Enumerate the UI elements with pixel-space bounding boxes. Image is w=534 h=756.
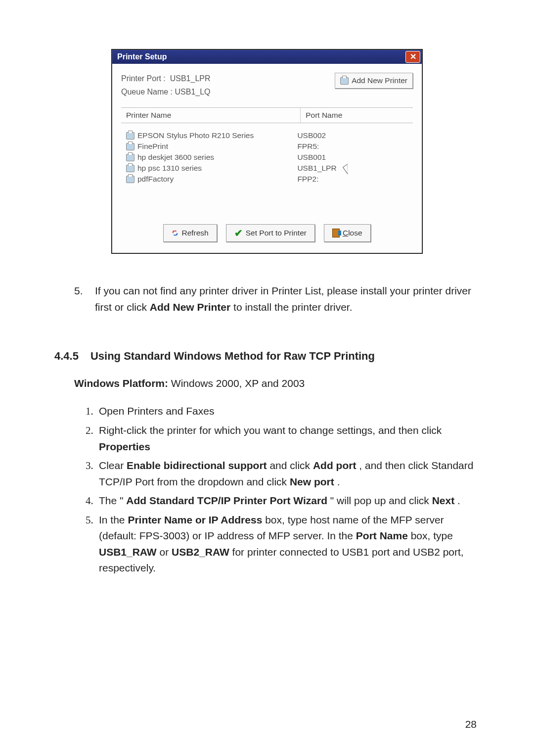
refresh-button[interactable]: Refresh <box>163 224 217 242</box>
table-row[interactable]: FinePrint FPR5: <box>121 141 413 152</box>
section-number: 4.4.5 <box>54 350 79 363</box>
printer-name-cell: FinePrint <box>137 142 168 151</box>
printer-icon <box>126 154 134 161</box>
platform-value: Windows 2000, XP and 2003 <box>171 378 305 389</box>
steps-list: Open Printers and Faxes Right-click the … <box>74 403 480 576</box>
door-icon <box>332 229 340 237</box>
platform-label: Windows Platform: <box>74 378 168 389</box>
printer-name-cell: hp deskjet 3600 series <box>137 153 214 162</box>
platform-line: Windows Platform: Windows 2000, XP and 2… <box>74 378 480 389</box>
col-header-port-name[interactable]: Port Name <box>301 108 433 123</box>
table-row[interactable]: EPSON Stylus Photo R210 Series USB002 <box>121 130 413 141</box>
printer-port-value: USB1_LPR <box>170 74 211 83</box>
step-item: Open Printers and Faxes <box>96 403 480 420</box>
port-info: Printer Port : USB1_LPR Queue Name : USB… <box>121 72 211 98</box>
printer-icon <box>340 77 349 85</box>
close-button[interactable]: Close <box>324 224 371 242</box>
add-new-printer-label: Add New Printer <box>352 76 407 85</box>
bold-add-new-printer: Add New Printer <box>150 301 230 313</box>
table-row[interactable]: pdfFactory FPP2: <box>121 174 413 185</box>
step-item: Clear Enable bidirectional support and c… <box>96 458 480 490</box>
page-number: 28 <box>465 718 477 730</box>
check-icon: ✔ <box>234 228 243 238</box>
printer-name-cell: EPSON Stylus Photo R210 Series <box>137 131 254 140</box>
printer-table: Printer Name Port Name EPSON Stylus Phot… <box>121 107 413 214</box>
table-row[interactable]: hp psc 1310 series USB1_LPR <box>121 163 413 174</box>
printer-setup-dialog: Printer Setup ✕ Printer Port : USB1_LPR … <box>112 49 422 253</box>
printer-name-cell: pdfFactory <box>137 175 174 184</box>
step-number: 5. <box>74 283 88 315</box>
step-5-paragraph: 5. If you can not find any printer drive… <box>74 283 480 315</box>
step-item: Right-click the printer for which you wa… <box>96 423 480 455</box>
queue-name-value: USB1_LQ <box>175 88 211 96</box>
refresh-icon <box>172 230 178 236</box>
set-port-button[interactable]: ✔ Set Port to Printer <box>226 224 315 242</box>
port-name-cell: FPR5: <box>297 142 319 151</box>
refresh-label: Refresh <box>181 229 208 237</box>
port-name-cell: USB1_LPR <box>297 164 336 173</box>
printer-port-label: Printer Port : <box>121 74 166 83</box>
printer-name-cell: hp psc 1310 series <box>137 164 202 173</box>
add-new-printer-button[interactable]: Add New Printer <box>335 73 413 89</box>
step-item: In the Printer Name or IP Address box, t… <box>96 512 480 576</box>
section-heading: 4.4.5 Using Standard Windows Method for … <box>54 350 480 363</box>
port-name-cell: USB001 <box>297 153 326 162</box>
dialog-title: Printer Setup <box>117 52 167 61</box>
dialog-titlebar[interactable]: Printer Setup ✕ <box>112 50 422 64</box>
col-header-printer-name[interactable]: Printer Name <box>121 108 301 123</box>
printer-icon <box>126 143 134 150</box>
close-label: Close <box>343 229 362 237</box>
section-title: Using Standard Windows Method for Raw TC… <box>90 350 375 363</box>
step-item: The " Add Standard TCP/IP Printer Port W… <box>96 493 480 509</box>
set-port-label: Set Port to Printer <box>246 229 307 237</box>
table-header: Printer Name Port Name <box>121 108 413 123</box>
printer-icon <box>126 165 134 172</box>
queue-name-label: Queue Name : <box>121 88 173 96</box>
printer-icon <box>126 132 134 140</box>
port-name-cell: FPP2: <box>297 175 318 184</box>
printer-icon <box>126 176 134 183</box>
cursor-icon <box>343 164 353 175</box>
port-name-cell: USB002 <box>297 131 326 140</box>
table-row[interactable]: hp deskjet 3600 series USB001 <box>121 152 413 163</box>
close-icon[interactable]: ✕ <box>405 51 420 63</box>
